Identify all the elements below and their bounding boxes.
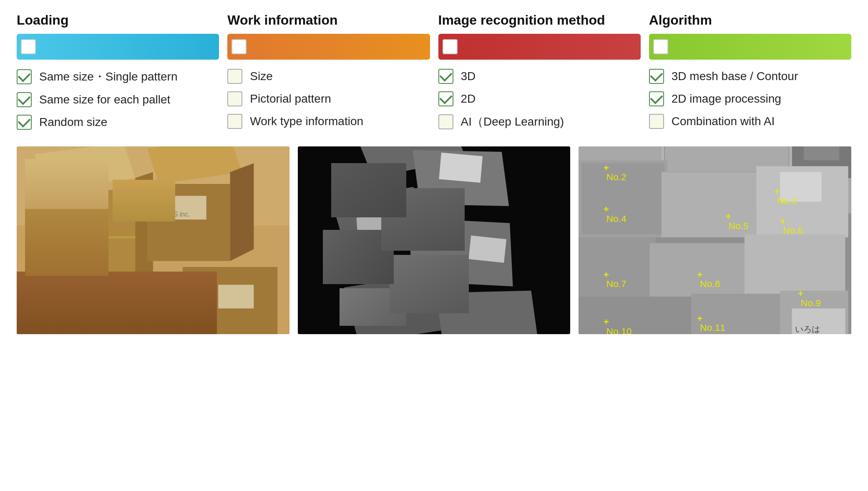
labeled-overlay: いろは + No.1 + No.2 + No.3 + No.4 + No.5 +… — [579, 146, 851, 334]
checkbox-icon-work-info-0[interactable] — [227, 69, 242, 84]
item-label-work-info-1: Pictorial pattern — [250, 92, 331, 106]
list-item: 3D mesh base / Contour — [649, 69, 851, 84]
svg-text:C○S inc.: C○S inc. — [165, 211, 190, 218]
checkbox-icon-image-recognition-1[interactable] — [438, 91, 453, 106]
item-label-image-recognition-0: 3D — [461, 70, 476, 83]
svg-text:No.8: No.8 — [700, 278, 720, 289]
bar-checkbox-work-info — [231, 39, 247, 54]
svg-marker-20 — [408, 146, 513, 212]
list-item: Random size — [17, 115, 219, 130]
checklist-work-info: SizePictorial patternWork type informati… — [227, 69, 430, 129]
checkbox-icon-algorithm-0[interactable] — [649, 69, 664, 84]
svg-rect-11 — [183, 267, 277, 334]
svg-text:No.10: No.10 — [606, 326, 632, 334]
color-bar-loading — [17, 34, 219, 60]
images-section: C○S inc. C○S inc. C○S inc. C○S inc. いろは … — [17, 146, 851, 334]
checkbox-icon-algorithm-1[interactable] — [649, 91, 664, 106]
list-item: 2D image processing — [649, 91, 851, 106]
checklist-image-recognition: 3D2DAI（Deep Learning) — [438, 69, 641, 130]
item-label-algorithm-1: 2D image processing — [672, 92, 781, 106]
svg-rect-27 — [468, 236, 506, 263]
checklist-loading: Same size・Single patternSame size for ea… — [17, 69, 219, 130]
item-label-loading-0: Same size・Single pattern — [39, 69, 178, 85]
svg-rect-25 — [439, 153, 483, 183]
column-work-info: Work informationSizePictorial patternWor… — [227, 13, 430, 130]
svg-rect-3 — [35, 190, 136, 285]
svg-rect-13 — [165, 196, 206, 219]
checkbox-icon-work-info-1[interactable] — [227, 91, 242, 106]
checkbox-icon-loading-0[interactable] — [17, 69, 32, 84]
svg-marker-24 — [432, 284, 543, 334]
col-header-loading: Loading — [17, 13, 219, 28]
bar-checkbox-algorithm — [653, 39, 668, 54]
item-label-loading-1: Same size for each pallet — [39, 93, 170, 106]
svg-rect-7 — [147, 184, 230, 261]
svg-text:No.6: No.6 — [783, 225, 803, 236]
color-bar-algorithm — [649, 34, 851, 60]
list-item: Pictorial pattern — [227, 91, 430, 106]
item-label-work-info-0: Size — [250, 70, 272, 83]
svg-rect-44 — [745, 234, 845, 300]
svg-rect-33 — [804, 146, 839, 160]
item-label-work-info-2: Work type information — [250, 115, 363, 128]
col-header-work-info: Work information — [227, 13, 430, 28]
checklist-algorithm: 3D mesh base / Contour2D image processin… — [649, 69, 851, 129]
svg-text:No.2: No.2 — [606, 171, 626, 182]
list-item: 2D — [438, 91, 641, 106]
svg-text:C○S inc.: C○S inc. — [64, 219, 91, 227]
column-algorithm: Algorithm3D mesh base / Contour2D image … — [649, 13, 851, 130]
checkbox-icon-loading-2[interactable] — [17, 115, 32, 130]
svg-marker-2 — [35, 146, 136, 190]
color-bar-work-info — [227, 34, 430, 60]
svg-text:No.4: No.4 — [606, 213, 626, 224]
checkbox-icon-algorithm-2[interactable] — [649, 114, 664, 129]
scan-svg: C○S inc. C○S inc. — [298, 146, 571, 334]
svg-marker-4 — [135, 172, 153, 285]
svg-rect-14 — [218, 285, 254, 309]
svg-rect-1 — [17, 146, 289, 225]
list-item: Work type information — [227, 114, 430, 129]
column-loading: LoadingSame size・Single patternSame size… — [17, 13, 219, 130]
item-label-image-recognition-1: 2D — [461, 92, 476, 106]
column-image-recognition: Image recognition method3D2DAI（Deep Lear… — [438, 13, 641, 130]
svg-text:No.11: No.11 — [700, 322, 726, 333]
svg-rect-9 — [17, 279, 100, 334]
bar-checkbox-loading — [21, 39, 36, 54]
warehouse-photo: C○S inc. C○S inc. — [17, 146, 289, 334]
checkbox-icon-image-recognition-2[interactable] — [438, 114, 453, 129]
item-label-algorithm-2: Combination with AI — [672, 115, 775, 128]
svg-text:No.9: No.9 — [801, 297, 821, 308]
svg-text:No.7: No.7 — [606, 278, 626, 289]
svg-rect-10 — [88, 273, 195, 334]
top-section: LoadingSame size・Single patternSame size… — [17, 13, 851, 130]
item-label-algorithm-0: 3D mesh base / Contour — [672, 70, 798, 83]
checkbox-icon-loading-1[interactable] — [17, 92, 32, 107]
col-header-algorithm: Algorithm — [649, 13, 851, 28]
checkbox-icon-work-info-2[interactable] — [227, 114, 242, 129]
list-item: Size — [227, 69, 430, 84]
svg-rect-45 — [579, 297, 697, 334]
svg-marker-6 — [147, 146, 242, 184]
labeled-photo: いろは + No.1 + No.2 + No.3 + No.4 + No.5 +… — [579, 146, 851, 334]
svg-rect-18 — [298, 146, 571, 334]
svg-text:No.5: No.5 — [729, 220, 749, 231]
list-item: Same size・Single pattern — [17, 69, 219, 85]
svg-text:いろは: いろは — [795, 325, 820, 334]
labeled-svg: いろは + No.1 + No.2 + No.3 + No.4 + No.5 +… — [579, 146, 851, 334]
svg-marker-21 — [331, 186, 431, 259]
svg-rect-26 — [356, 216, 387, 239]
color-bar-image-recognition — [438, 34, 641, 60]
checkbox-icon-image-recognition-0[interactable] — [438, 69, 453, 84]
item-label-loading-2: Random size — [39, 116, 107, 129]
item-label-image-recognition-2: AI（Deep Learning) — [461, 114, 564, 130]
col-header-image-recognition: Image recognition method — [438, 13, 641, 28]
list-item: AI（Deep Learning) — [438, 114, 641, 130]
bar-checkbox-image-recognition — [443, 39, 458, 54]
svg-rect-12 — [52, 202, 100, 232]
list-item: Combination with AI — [649, 114, 851, 129]
svg-rect-0 — [17, 146, 289, 334]
3d-scan-photo: C○S inc. C○S inc. — [298, 146, 571, 334]
svg-marker-23 — [343, 273, 447, 334]
warehouse-svg: C○S inc. C○S inc. — [17, 146, 289, 334]
svg-marker-8 — [230, 163, 254, 261]
